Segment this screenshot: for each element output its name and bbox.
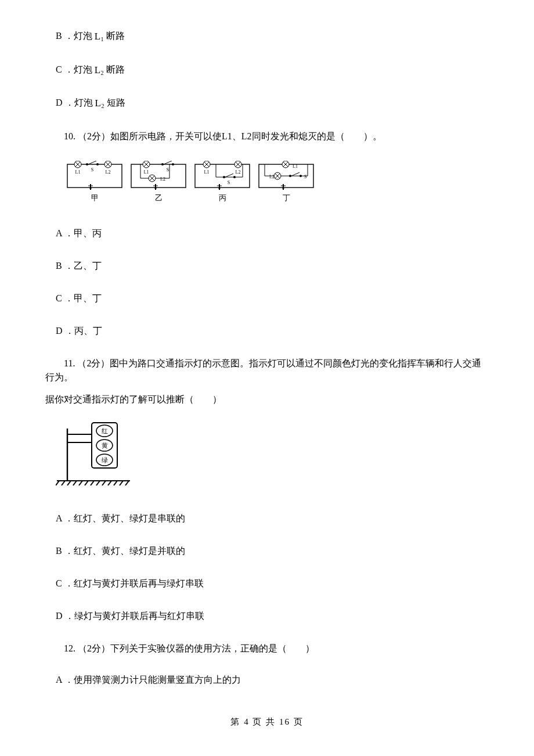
q10-circuit-diagrams: L1 S L2 甲 L1 S L2 乙 L1 L2	[45, 161, 489, 204]
svg-line-79	[67, 481, 71, 485]
traffic-light-icon: 红 黄 绿	[56, 420, 137, 490]
q10-option-a: A ．甲、丙	[45, 226, 489, 240]
circuit-yi-label: 乙	[155, 192, 163, 204]
svg-point-66	[289, 175, 291, 177]
svg-point-68	[300, 175, 302, 177]
svg-line-83	[91, 481, 94, 485]
svg-rect-35	[195, 164, 250, 188]
q9-option-b-prefix: B ．灯泡	[56, 31, 95, 41]
q9-option-c-suffix: 断路	[104, 64, 125, 74]
svg-text:S: S	[91, 167, 93, 172]
q11-option-a: A ．红灯、黄灯、绿灯是串联的	[45, 512, 489, 525]
circuit-jia-label: 甲	[91, 192, 99, 204]
q10-option-c: C ．甲、丁	[45, 291, 489, 305]
circuit-jia-icon: L1 S L2	[65, 161, 124, 191]
page-footer: 第 4 页 共 16 页	[0, 715, 534, 729]
svg-point-47	[223, 176, 225, 178]
svg-point-7	[96, 163, 99, 165]
svg-line-6	[88, 161, 96, 164]
svg-line-87	[114, 481, 117, 485]
circuit-bing-icon: L1 L2 S	[193, 161, 252, 191]
svg-text:L1: L1	[293, 164, 298, 169]
svg-line-88	[120, 481, 123, 485]
q10-stem: 10. （2分）如图所示电路，开关可以使L1、L2同时发光和熄灭的是（ ）。	[45, 129, 489, 143]
svg-line-80	[73, 481, 77, 485]
q11-option-b: B ．红灯、黄灯、绿灯是并联的	[45, 544, 489, 558]
circuit-yi-icon: L1 S L2	[129, 161, 188, 191]
svg-line-81	[79, 481, 82, 485]
svg-point-49	[233, 176, 236, 178]
svg-text:L1: L1	[204, 170, 210, 175]
q9-option-d-suffix: 短路	[104, 98, 125, 107]
q12-stem: 12. （2分）下列关于实验仪器的使用方法，正确的是（ ）	[45, 642, 489, 656]
q10-option-d: D ．丙、丁	[45, 324, 489, 338]
svg-text:S: S	[228, 180, 230, 185]
svg-text:红: 红	[102, 427, 108, 434]
q9-option-b: B ．灯泡 L1 断路	[45, 29, 489, 44]
q11-option-c: C ．红灯与黄灯并联后再与绿灯串联	[45, 577, 489, 591]
q11-stem-line2: 据你对交通指示灯的了解可以推断（ ）	[45, 393, 489, 406]
svg-point-21	[161, 163, 164, 165]
q9-option-b-suffix: 断路	[104, 31, 125, 41]
svg-rect-0	[67, 164, 122, 188]
svg-line-86	[108, 481, 111, 485]
svg-text:L1: L1	[75, 170, 81, 175]
svg-text:S: S	[304, 174, 306, 179]
sub-l2-icon: L2	[95, 63, 104, 78]
svg-rect-16	[131, 164, 186, 188]
q12-option-a: A ．使用弹簧测力计只能测量竖直方向上的力	[45, 673, 489, 687]
circuit-ding-label: 丁	[283, 192, 290, 204]
circuit-ding-icon: L1 L2 S	[257, 161, 316, 191]
svg-line-84	[96, 481, 100, 485]
svg-line-22	[164, 161, 172, 164]
svg-text:绿: 绿	[102, 456, 108, 463]
q11-stem-line1: 11. （2分）图中为路口交通指示灯的示意图。指示灯可以通过不同颜色灯光的变化指…	[45, 357, 489, 384]
svg-point-5	[86, 163, 88, 165]
q9-option-d: D ．灯泡 L2 短路	[45, 96, 489, 111]
svg-line-82	[85, 481, 88, 485]
svg-text:L2: L2	[106, 170, 111, 175]
q9-option-d-prefix: D ．灯泡	[56, 98, 95, 107]
svg-text:L2: L2	[160, 177, 165, 182]
svg-text:L2: L2	[236, 170, 241, 175]
svg-text:L1: L1	[144, 170, 149, 175]
svg-point-23	[172, 163, 174, 165]
q9-option-c-prefix: C ．灯泡	[56, 64, 95, 74]
q11-option-d: D ．绿灯与黄灯并联后再与红灯串联	[45, 609, 489, 623]
svg-text:L2: L2	[269, 174, 275, 179]
svg-line-77	[56, 481, 59, 485]
sub-l1-icon: L1	[95, 29, 104, 44]
q10-option-b: B ．乙、丁	[45, 259, 489, 273]
circuit-bing-label: 丙	[219, 192, 226, 204]
svg-text:黄: 黄	[102, 442, 108, 449]
svg-line-89	[125, 481, 129, 485]
svg-line-67	[291, 172, 300, 176]
svg-text:S: S	[167, 167, 169, 172]
sub-l2b-icon: L2	[95, 96, 104, 111]
svg-line-78	[62, 481, 65, 485]
q9-option-c: C ．灯泡 L2 断路	[45, 63, 489, 78]
svg-line-48	[225, 174, 233, 177]
svg-line-85	[102, 481, 106, 485]
q11-traffic-diagram: 红 黄 绿	[45, 420, 489, 494]
